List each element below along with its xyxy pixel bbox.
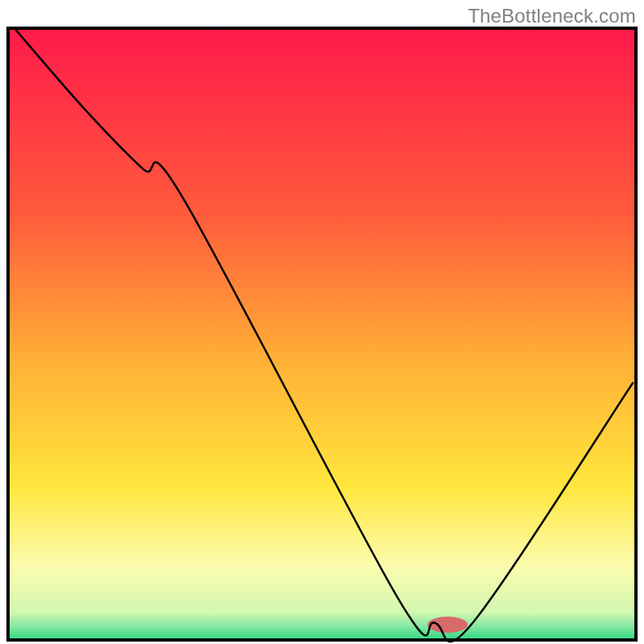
watermark-text: TheBottleneck.com xyxy=(468,5,636,27)
plot-background xyxy=(8,28,636,640)
chart-svg xyxy=(0,0,644,644)
chart-container: TheBottleneck.com xyxy=(0,0,644,644)
sweet-spot-marker xyxy=(427,617,468,633)
